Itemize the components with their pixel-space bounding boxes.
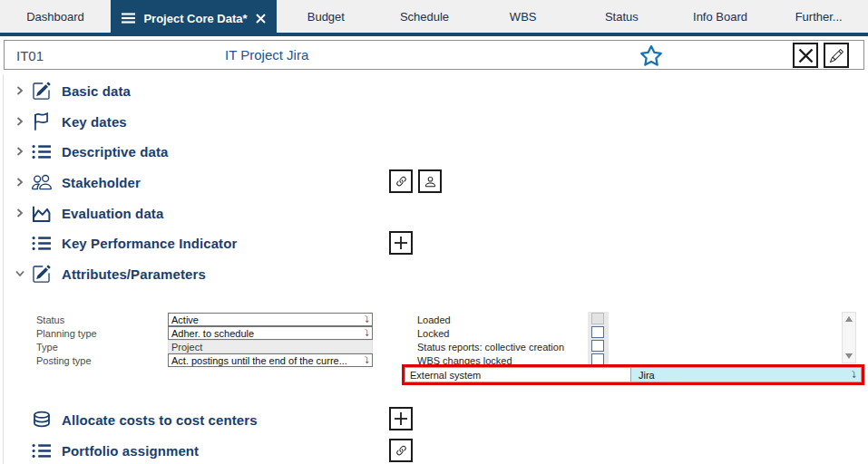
close-tab-icon[interactable] [256, 14, 266, 24]
list-icon [31, 141, 52, 162]
plus-icon[interactable] [389, 407, 413, 430]
area-chart-icon [31, 203, 52, 224]
checkbox-label-status-reports: Status reports: collective creation [417, 342, 564, 353]
chevron-down-icon: ⤵ [365, 328, 369, 338]
group-icon [31, 172, 52, 193]
section-stakeholder[interactable]: Stakeholder [4, 169, 141, 195]
menu-icon[interactable] [122, 13, 135, 24]
scroll-up-icon[interactable] [844, 315, 853, 323]
list-icon [31, 440, 52, 461]
tab-budget[interactable]: Budget [277, 0, 375, 33]
section-basic-data[interactable]: Basic data [4, 78, 131, 103]
project-id: IT01 [16, 48, 44, 63]
project-app-window: Dashboard Project Core Data* Budget Sche… [0, 0, 868, 464]
planning-type-select[interactable]: Adher. to schedule ⤵ [168, 326, 373, 340]
flag-icon [31, 111, 52, 132]
posting-type-select[interactable]: Act. postings until the end of the curre… [168, 353, 373, 367]
link-icon[interactable] [389, 169, 413, 193]
field-label-status: Status [36, 314, 64, 325]
field-label-planning-type: Planning type [36, 328, 97, 339]
tab-further[interactable]: Further... [769, 0, 868, 33]
section-label: Stakeholder [62, 175, 141, 190]
checkbox-label-locked: Locked [417, 328, 449, 339]
chevron-placeholder [13, 443, 27, 458]
external-system-row-highlight: External system Jira ⤵ [402, 364, 864, 385]
section-label: Evaluation data [62, 206, 163, 221]
chevron-right-icon[interactable] [13, 144, 27, 159]
section-evaluation-data[interactable]: Evaluation data [4, 200, 163, 226]
section-key-dates[interactable]: Key dates [4, 109, 127, 134]
loaded-checkbox [591, 313, 604, 324]
chevron-right-icon[interactable] [13, 83, 27, 98]
chevron-placeholder [13, 412, 27, 427]
close-button[interactable] [793, 43, 818, 68]
chevron-down-icon: ⤵ [852, 370, 856, 380]
tab-label: Project Core Data* [143, 12, 247, 25]
status-reports-checkbox[interactable] [591, 340, 604, 352]
tab-bar: Dashboard Project Core Data* Budget Sche… [0, 0, 868, 36]
tab-wbs[interactable]: WBS [473, 0, 572, 33]
tab-dashboard[interactable]: Dashboard [0, 0, 111, 33]
tab-project-core-data[interactable]: Project Core Data* [111, 0, 277, 36]
section-portfolio-assignment[interactable]: Portfolio assignment [4, 438, 199, 463]
checkbox-label-loaded: Loaded [417, 314, 451, 325]
chevron-down-icon[interactable] [13, 266, 27, 281]
chevron-placeholder [13, 236, 27, 250]
section-label: Key Performance Indicator [62, 236, 237, 251]
chevron-right-icon[interactable] [13, 206, 27, 220]
planning-type-value: Adher. to schedule [171, 328, 254, 339]
scroll-down-icon[interactable] [844, 353, 853, 360]
section-label: Descriptive data [62, 144, 168, 160]
section-allocate-costs[interactable]: Allocate costs to cost centers [4, 407, 258, 432]
section-descriptive-data[interactable]: Descriptive data [4, 139, 168, 164]
external-system-select[interactable]: Jira ⤵ [631, 367, 862, 382]
link-icon[interactable] [389, 439, 413, 462]
tab-status[interactable]: Status [572, 0, 671, 33]
section-attributes-parameters[interactable]: Attributes/Parameters [4, 261, 206, 286]
chevron-right-icon[interactable] [13, 114, 27, 129]
section-label: Portfolio assignment [62, 443, 199, 459]
form-scrollbar[interactable] [842, 312, 856, 363]
edit-icon [31, 81, 52, 102]
field-label-posting-type: Posting type [36, 355, 92, 366]
status-select[interactable]: Active ⤵ [168, 313, 373, 326]
plus-icon[interactable] [389, 231, 413, 255]
chevron-down-icon: ⤵ [365, 314, 369, 324]
locked-checkbox[interactable] [591, 326, 604, 338]
section-label: Attributes/Parameters [62, 266, 206, 282]
coins-icon [31, 410, 52, 430]
field-label-type: Type [36, 342, 58, 353]
chevron-down-icon: ⤵ [365, 355, 369, 365]
section-label: Basic data [62, 83, 131, 99]
project-name: IT Project Jira [225, 47, 308, 63]
posting-type-value: Act. postings until the end of the curre… [171, 355, 347, 366]
list-icon [31, 233, 52, 254]
section-label: Key dates [62, 114, 127, 130]
edit-icon [31, 264, 52, 285]
tab-schedule[interactable]: Schedule [375, 0, 474, 33]
favorite-star-icon[interactable] [639, 44, 663, 68]
external-system-label: External system [405, 367, 631, 382]
tab-info-board[interactable]: Info Board [671, 0, 770, 33]
status-value: Active [171, 314, 199, 325]
type-readonly-field: Project [168, 340, 373, 353]
chevron-right-icon[interactable] [13, 175, 27, 189]
edit-button[interactable] [824, 43, 849, 68]
external-system-value: Jira [639, 370, 655, 381]
project-header: IT01 IT Project Jira [4, 40, 864, 70]
type-value: Project [171, 342, 202, 353]
section-key-performance-indicator[interactable]: Key Performance Indicator [4, 230, 237, 256]
person-icon[interactable] [418, 169, 442, 193]
section-label: Allocate costs to cost centers [62, 412, 258, 428]
